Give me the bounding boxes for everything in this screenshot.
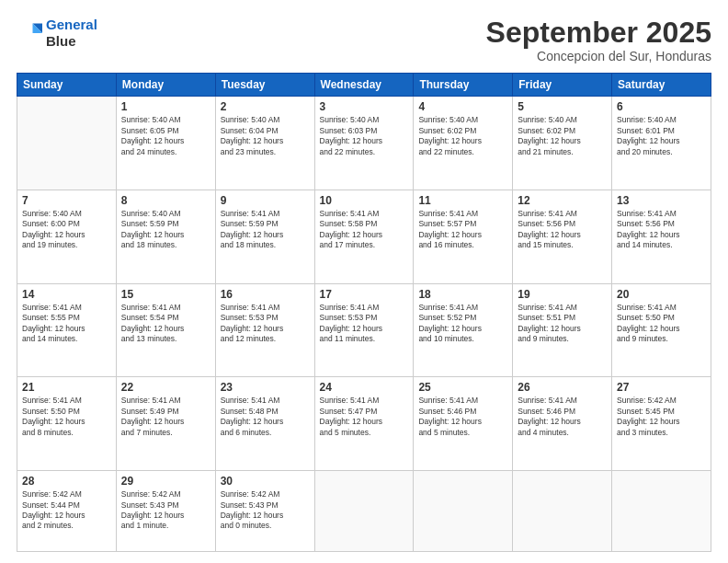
cell-text: Sunrise: 5:40 AM xyxy=(22,209,111,219)
table-row xyxy=(513,471,612,552)
cell-text: Daylight: 12 hours xyxy=(221,230,310,240)
table-row: 14Sunrise: 5:41 AMSunset: 5:55 PMDayligh… xyxy=(17,283,117,377)
calendar-body: 1Sunrise: 5:40 AMSunset: 6:05 PMDaylight… xyxy=(17,97,711,552)
cell-text: Daylight: 12 hours xyxy=(617,230,706,240)
table-row: 4Sunrise: 5:40 AMSunset: 6:02 PMDaylight… xyxy=(414,97,513,190)
table-row xyxy=(414,471,513,552)
cell-text: and 7 minutes. xyxy=(121,428,210,438)
cell-text: and 2 minutes. xyxy=(22,521,111,531)
table-row: 28Sunrise: 5:42 AMSunset: 5:44 PMDayligh… xyxy=(17,471,117,552)
table-row: 26Sunrise: 5:41 AMSunset: 5:46 PMDayligh… xyxy=(513,377,612,471)
cell-text: and 22 minutes. xyxy=(320,147,409,157)
cell-text: Daylight: 12 hours xyxy=(121,511,210,521)
table-row: 12Sunrise: 5:41 AMSunset: 5:56 PMDayligh… xyxy=(513,190,612,283)
table-row: 11Sunrise: 5:41 AMSunset: 5:57 PMDayligh… xyxy=(414,190,513,283)
table-row: 29Sunrise: 5:42 AMSunset: 5:43 PMDayligh… xyxy=(116,471,215,552)
day-number: 1 xyxy=(121,100,210,113)
cell-text: and 11 minutes. xyxy=(320,334,409,344)
day-number: 9 xyxy=(221,194,310,207)
day-number: 19 xyxy=(518,288,607,301)
cell-text: and 12 minutes. xyxy=(221,334,310,344)
cell-text: and 17 minutes. xyxy=(320,240,409,250)
cell-text: Daylight: 12 hours xyxy=(617,136,706,146)
cell-text: Sunset: 5:49 PM xyxy=(121,407,210,417)
cell-text: Sunset: 5:43 PM xyxy=(221,500,310,511)
table-row: 1Sunrise: 5:40 AMSunset: 6:05 PMDaylight… xyxy=(116,97,215,190)
table-row: 8Sunrise: 5:40 AMSunset: 5:59 PMDaylight… xyxy=(116,190,215,283)
table-row: 22Sunrise: 5:41 AMSunset: 5:49 PMDayligh… xyxy=(116,377,215,471)
cell-text: Daylight: 12 hours xyxy=(518,324,607,334)
logo-icon xyxy=(17,20,42,46)
cell-text: Sunrise: 5:41 AM xyxy=(320,396,409,406)
cell-text: Daylight: 12 hours xyxy=(221,324,310,334)
cell-text: Sunset: 5:48 PM xyxy=(221,407,310,417)
cell-text: Sunrise: 5:41 AM xyxy=(221,209,310,219)
cell-text: Sunset: 5:53 PM xyxy=(221,313,310,323)
cell-text: Sunset: 5:59 PM xyxy=(221,219,310,229)
cell-text: and 5 minutes. xyxy=(418,428,507,438)
day-number: 6 xyxy=(617,100,706,113)
cell-text: and 5 minutes. xyxy=(320,428,409,438)
cell-text: Daylight: 12 hours xyxy=(518,136,607,146)
cell-text: Sunrise: 5:41 AM xyxy=(121,396,210,406)
cell-text: Sunset: 5:57 PM xyxy=(418,219,507,229)
cell-text: Daylight: 12 hours xyxy=(518,230,607,240)
table-row: 10Sunrise: 5:41 AMSunset: 5:58 PMDayligh… xyxy=(314,190,414,283)
header-monday: Monday xyxy=(116,74,215,97)
day-number: 16 xyxy=(221,288,310,301)
table-row: 6Sunrise: 5:40 AMSunset: 6:01 PMDaylight… xyxy=(612,97,711,190)
cell-text: and 0 minutes. xyxy=(221,521,310,531)
cell-text: Sunset: 6:03 PM xyxy=(320,126,409,136)
cell-text: Daylight: 12 hours xyxy=(221,511,310,521)
header-thursday: Thursday xyxy=(414,74,513,97)
cell-text: and 6 minutes. xyxy=(221,428,310,438)
cell-text: and 19 minutes. xyxy=(22,240,111,250)
cell-text: Sunrise: 5:40 AM xyxy=(121,209,210,219)
day-number: 7 xyxy=(22,194,111,207)
cell-text: Sunset: 6:04 PM xyxy=(221,126,310,136)
cell-text: Sunset: 6:01 PM xyxy=(617,126,706,136)
cell-text: Sunset: 5:50 PM xyxy=(617,313,706,323)
cell-text: Sunrise: 5:41 AM xyxy=(418,396,507,406)
day-number: 26 xyxy=(518,381,607,394)
day-number: 24 xyxy=(320,381,409,394)
cell-text: and 21 minutes. xyxy=(518,147,607,157)
cell-text: Sunrise: 5:41 AM xyxy=(320,303,409,313)
cell-text: Sunset: 5:45 PM xyxy=(617,407,706,417)
cell-text: Sunrise: 5:42 AM xyxy=(22,489,111,500)
day-number: 12 xyxy=(518,194,607,207)
cell-text: and 18 minutes. xyxy=(121,240,210,250)
cell-text: and 14 minutes. xyxy=(22,334,111,344)
table-row: 9Sunrise: 5:41 AMSunset: 5:59 PMDaylight… xyxy=(215,190,314,283)
table-row: 5Sunrise: 5:40 AMSunset: 6:02 PMDaylight… xyxy=(513,97,612,190)
table-row: 13Sunrise: 5:41 AMSunset: 5:56 PMDayligh… xyxy=(612,190,711,283)
cell-text: and 9 minutes. xyxy=(518,334,607,344)
table-row: 27Sunrise: 5:42 AMSunset: 5:45 PMDayligh… xyxy=(612,377,711,471)
day-number: 23 xyxy=(221,381,310,394)
table-row: 19Sunrise: 5:41 AMSunset: 5:51 PMDayligh… xyxy=(513,283,612,377)
table-row xyxy=(17,97,117,190)
day-number: 21 xyxy=(22,381,111,394)
day-number: 28 xyxy=(22,475,111,488)
table-row: 30Sunrise: 5:42 AMSunset: 5:43 PMDayligh… xyxy=(215,471,314,552)
cell-text: and 18 minutes. xyxy=(221,240,310,250)
cell-text: Daylight: 12 hours xyxy=(418,324,507,334)
cell-text: Sunset: 5:59 PM xyxy=(121,219,210,229)
cell-text: Daylight: 12 hours xyxy=(320,136,409,146)
cell-text: and 1 minute. xyxy=(121,521,210,531)
table-row: 2Sunrise: 5:40 AMSunset: 6:04 PMDaylight… xyxy=(215,97,314,190)
day-number: 22 xyxy=(121,381,210,394)
table-row xyxy=(314,471,414,552)
cell-text: Daylight: 12 hours xyxy=(617,324,706,334)
header: General Blue September 2025 Concepcion d… xyxy=(17,17,711,63)
cell-text: Daylight: 12 hours xyxy=(22,417,111,427)
cell-text: Sunset: 5:56 PM xyxy=(518,219,607,229)
cell-text: Sunrise: 5:40 AM xyxy=(121,115,210,125)
cell-text: Sunset: 6:02 PM xyxy=(418,126,507,136)
cell-text: Daylight: 12 hours xyxy=(418,136,507,146)
day-number: 4 xyxy=(418,100,507,113)
cell-text: Daylight: 12 hours xyxy=(22,230,111,240)
cell-text: Sunrise: 5:41 AM xyxy=(418,209,507,219)
day-number: 14 xyxy=(22,288,111,301)
cell-text: and 13 minutes. xyxy=(121,334,210,344)
